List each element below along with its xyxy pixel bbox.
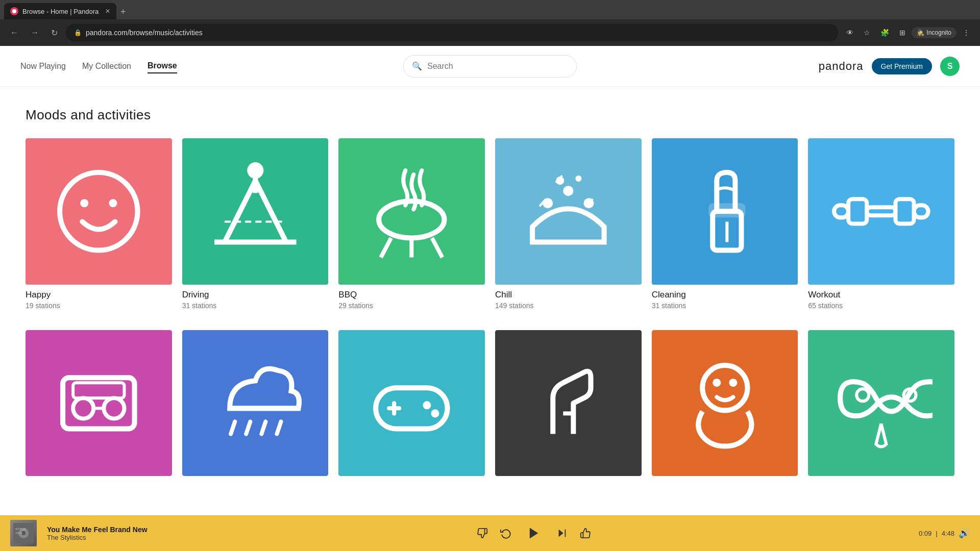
activity-card-cleaning[interactable]: Cleaning 31 stations [652,138,798,310]
activity-stations: 29 stations [338,302,485,310]
player-controls [159,523,909,543]
svg-text:STYLIS: STYLIS [15,528,26,531]
activity-card-image [652,138,798,285]
replay-button[interactable] [500,528,511,539]
time-current: 0:09 [919,530,932,537]
svg-text:TICS: TICS [15,532,22,535]
url-display: pandora.com/browse/music/activities [86,29,203,37]
browser-nav: ← → ↻ 🔒 pandora.com/browse/music/activit… [0,19,980,46]
tab-close-button[interactable]: ✕ [105,8,110,15]
search-input[interactable] [427,62,568,71]
my-collection-link[interactable]: My Collection [82,60,131,73]
svg-point-2 [80,199,88,207]
activity-grid-row1: Happy 19 stations Driving 31 stations BB… [26,138,954,310]
svg-rect-26 [73,383,124,398]
activity-card-image [338,138,485,285]
pandora-logo: pandora [819,60,864,73]
activity-card-gaming[interactable] [338,330,485,477]
svg-rect-22 [867,207,896,215]
activity-card-happy[interactable]: Happy 19 stations [26,138,172,310]
menu-icon[interactable]: ⋮ [959,26,974,40]
activity-card-kids[interactable] [652,330,798,477]
svg-point-39 [729,379,737,387]
section-title: Moods and activities [26,107,954,123]
svg-point-4 [247,162,263,179]
new-tab-button[interactable]: + [116,5,130,19]
svg-point-6 [379,201,444,238]
lock-icon: 🔒 [74,29,82,36]
activity-card-image [808,138,954,285]
activity-card-image [182,138,329,285]
svg-point-40 [856,389,869,401]
activity-card-protest[interactable] [495,330,642,477]
player-time: 0:09 | 4:48 🔊 [919,528,970,539]
forward-button[interactable]: → [27,25,43,40]
browser-actions: 👁 ☆ 🧩 ⊞ 🕵️ Incognito ⋮ [842,26,974,40]
activity-card-rainy[interactable] [182,330,329,477]
player-bar: STYLIS TICS You Make Me Feel Brand New T… [0,515,980,551]
svg-line-28 [231,421,235,434]
activity-card-image [495,138,642,285]
svg-point-38 [713,379,721,387]
svg-point-11 [563,186,573,196]
active-tab[interactable]: Browse - Home | Pandora ✕ [4,3,116,19]
activity-card-image [26,138,172,285]
activity-card-image [495,330,642,477]
svg-rect-19 [914,205,928,217]
svg-marker-47 [530,528,538,539]
activity-card-tape[interactable] [26,330,172,477]
activity-stations: 31 stations [652,302,798,310]
activity-card-masquerade[interactable] [808,330,954,477]
avatar[interactable]: S [940,57,960,76]
svg-point-24 [73,398,93,418]
svg-point-36 [431,409,439,417]
extension-icon[interactable]: 🧩 [876,26,893,40]
eye-slash-icon[interactable]: 👁 [842,26,857,40]
activity-card-driving[interactable]: Driving 31 stations [182,138,329,310]
main-content: Moods and activities Happy 19 stations D… [0,87,980,515]
activity-name: Driving [182,290,329,300]
activity-name: BBQ [338,290,485,300]
thumbs-down-button[interactable] [477,528,488,539]
nav-right: pandora Get Premium S [819,57,960,76]
player-artist: The Stylistics [47,534,149,541]
activity-name: Chill [495,290,642,300]
skip-button[interactable] [556,528,568,539]
svg-rect-16 [710,205,743,215]
activity-card-image [182,330,329,477]
svg-point-3 [109,199,117,207]
play-button[interactable] [524,523,544,543]
search-icon: 🔍 [412,61,422,71]
thumbs-up-button[interactable] [580,528,591,539]
activity-name: Cleaning [652,290,798,300]
activity-grid-row2 [26,330,954,477]
browse-link[interactable]: Browse [148,59,177,73]
refresh-button[interactable]: ↻ [47,25,62,41]
activity-card-bbq[interactable]: BBQ 29 stations [338,138,485,310]
svg-rect-18 [834,205,848,217]
activity-stations: 65 stations [808,302,954,310]
tab-bar: Browse - Home | Pandora ✕ + [0,0,980,19]
tab-title: Browse - Home | Pandora [22,8,99,15]
search-bar[interactable]: 🔍 [403,55,577,78]
volume-icon[interactable]: 🔊 [959,528,970,539]
time-total: 4:48 [942,530,954,537]
svg-point-1 [60,172,137,250]
player-info: You Make Me Feel Brand New The Stylistic… [47,525,149,541]
tab-favicon [10,7,18,15]
activity-card-chill[interactable]: Chill 149 stations [495,138,642,310]
svg-line-8 [432,238,443,257]
activity-stations: 19 stations [26,302,172,310]
address-bar[interactable]: 🔒 pandora.com/browse/music/activities [66,24,838,41]
now-playing-link[interactable]: Now Playing [20,60,66,73]
svg-rect-20 [848,199,867,223]
activity-card-workout[interactable]: Workout 65 stations [808,138,954,310]
svg-rect-21 [896,199,914,223]
activity-name: Happy [26,290,172,300]
back-button[interactable]: ← [6,25,22,40]
split-view-icon[interactable]: ⊞ [895,26,910,40]
get-premium-button[interactable]: Get Premium [872,58,932,74]
svg-point-37 [702,365,747,410]
bookmark-icon[interactable]: ☆ [860,26,874,40]
svg-line-29 [246,421,250,434]
